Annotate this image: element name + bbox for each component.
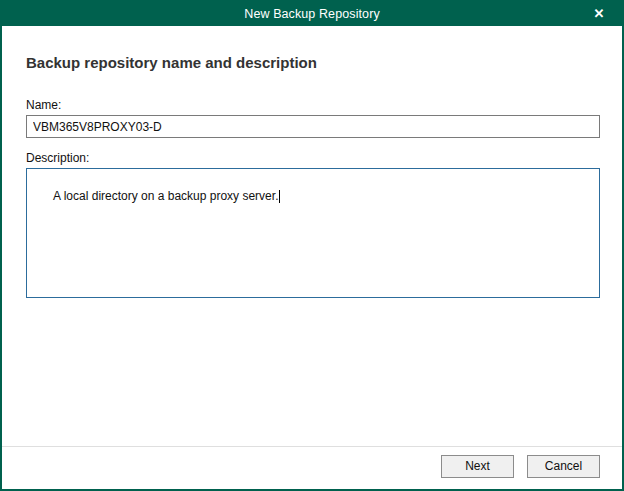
description-label: Description: bbox=[26, 151, 600, 165]
description-text: A local directory on a backup proxy serv… bbox=[53, 189, 278, 203]
cancel-button[interactable]: Cancel bbox=[527, 455, 600, 478]
dialog-window: New Backup Repository ✕ Backup repositor… bbox=[0, 0, 624, 491]
titlebar[interactable]: New Backup Repository ✕ bbox=[2, 2, 622, 26]
description-textarea[interactable]: A local directory on a backup proxy serv… bbox=[26, 168, 600, 298]
name-input[interactable] bbox=[26, 115, 600, 138]
window-title: New Backup Repository bbox=[2, 2, 622, 26]
text-caret bbox=[279, 190, 280, 203]
close-icon: ✕ bbox=[594, 6, 605, 21]
dialog-content: Backup repository name and description N… bbox=[2, 26, 622, 446]
next-button[interactable]: Next bbox=[441, 455, 514, 478]
page-title: Backup repository name and description bbox=[26, 54, 600, 71]
close-button[interactable]: ✕ bbox=[576, 2, 622, 26]
footer: Next Cancel bbox=[2, 447, 622, 489]
name-label: Name: bbox=[26, 98, 600, 112]
